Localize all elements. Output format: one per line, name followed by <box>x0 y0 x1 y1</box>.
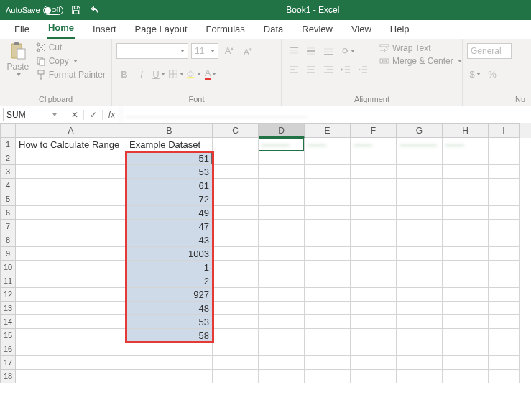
cell[interactable] <box>489 192 520 206</box>
cell-e1[interactable]: —— <box>305 138 351 151</box>
cell[interactable] <box>351 220 397 233</box>
row-header[interactable]: 17 <box>0 356 16 370</box>
cell[interactable] <box>259 342 305 356</box>
row-header[interactable]: 13 <box>0 302 16 315</box>
decrease-font-button[interactable]: A▾ <box>240 43 256 59</box>
row-header[interactable]: 8 <box>0 233 16 247</box>
cell[interactable] <box>489 356 520 370</box>
tab-review[interactable]: Review <box>300 21 334 39</box>
cell[interactable] <box>443 356 489 370</box>
cell[interactable] <box>213 370 259 383</box>
cell-b3[interactable]: 53 <box>126 165 213 179</box>
fill-color-button[interactable] <box>185 66 201 82</box>
cell[interactable] <box>305 315 351 329</box>
cell[interactable] <box>16 329 126 342</box>
cell[interactable] <box>489 370 520 383</box>
cell[interactable] <box>397 302 443 315</box>
cell[interactable] <box>259 165 305 179</box>
cell[interactable] <box>213 356 259 370</box>
tab-help[interactable]: Help <box>389 21 411 39</box>
align-bottom-button[interactable] <box>320 43 336 59</box>
cell[interactable] <box>489 274 520 288</box>
align-middle-button[interactable] <box>303 43 319 59</box>
cell-c1[interactable] <box>213 138 259 151</box>
row-header[interactable]: 11 <box>0 274 16 288</box>
cell[interactable] <box>397 370 443 383</box>
cell[interactable] <box>443 329 489 342</box>
enter-formula-button[interactable]: ✓ <box>83 110 102 120</box>
autosave-toggle[interactable]: AutoSave Off <box>6 6 63 15</box>
cell[interactable] <box>259 261 305 274</box>
orientation-button[interactable]: ⟳ <box>338 43 359 59</box>
cell[interactable] <box>489 302 520 315</box>
cell[interactable] <box>443 342 489 356</box>
select-all-corner[interactable] <box>0 123 16 138</box>
cell[interactable] <box>397 261 443 274</box>
cell-d1[interactable]: ——— <box>259 138 305 151</box>
bold-button[interactable]: B <box>116 66 132 82</box>
cell[interactable] <box>351 329 397 342</box>
cell-i1[interactable] <box>489 138 520 151</box>
cell[interactable] <box>305 356 351 370</box>
col-header-d[interactable]: D <box>259 123 305 138</box>
cell-f1[interactable]: —— <box>351 138 397 151</box>
cell[interactable] <box>305 233 351 247</box>
cell[interactable] <box>305 261 351 274</box>
col-header-a[interactable]: A <box>16 123 126 138</box>
row-header[interactable]: 9 <box>0 247 16 261</box>
cell[interactable] <box>305 206 351 220</box>
cell[interactable] <box>489 288 520 302</box>
cell-b11[interactable]: 2 <box>126 274 213 288</box>
cell[interactable] <box>351 179 397 192</box>
increase-font-button[interactable]: A▴ <box>221 43 237 59</box>
cell-b10[interactable]: 1 <box>126 261 213 274</box>
cell[interactable] <box>259 288 305 302</box>
cell[interactable] <box>259 302 305 315</box>
row-header[interactable]: 3 <box>0 165 16 179</box>
col-header-c[interactable]: C <box>213 123 259 138</box>
cell[interactable] <box>213 179 259 192</box>
cell[interactable] <box>397 288 443 302</box>
cell[interactable] <box>259 315 305 329</box>
percent-button[interactable]: % <box>484 66 500 82</box>
cell[interactable] <box>259 274 305 288</box>
cell[interactable] <box>351 261 397 274</box>
cell[interactable] <box>259 356 305 370</box>
cell[interactable] <box>213 165 259 179</box>
merge-center-button[interactable]: Merge & Center <box>379 56 462 66</box>
cell[interactable] <box>489 342 520 356</box>
cell[interactable] <box>213 288 259 302</box>
col-header-f[interactable]: F <box>351 123 397 138</box>
row-header[interactable]: 18 <box>0 370 16 383</box>
cell[interactable] <box>259 329 305 342</box>
number-format-select[interactable]: General <box>467 43 512 59</box>
formula-input[interactable]: …………………………………………………………… <box>121 106 531 123</box>
cell[interactable] <box>213 192 259 206</box>
cell[interactable] <box>16 274 126 288</box>
cell[interactable] <box>16 192 126 206</box>
row-header[interactable]: 5 <box>0 192 16 206</box>
cell[interactable] <box>16 288 126 302</box>
cell[interactable] <box>489 165 520 179</box>
cell[interactable] <box>443 261 489 274</box>
row-header[interactable]: 12 <box>0 288 16 302</box>
cell[interactable] <box>351 206 397 220</box>
cell-b6[interactable]: 49 <box>126 206 213 220</box>
italic-button[interactable]: I <box>134 66 149 82</box>
col-header-g[interactable]: G <box>397 123 443 138</box>
cell[interactable] <box>397 329 443 342</box>
cell[interactable] <box>259 151 305 165</box>
cell[interactable] <box>213 151 259 165</box>
font-color-button[interactable]: A <box>203 66 218 82</box>
cell[interactable] <box>443 220 489 233</box>
cell[interactable] <box>397 356 443 370</box>
cell-a1[interactable]: How to Calculate Range <box>16 138 126 151</box>
cell[interactable] <box>443 233 489 247</box>
cell-h1[interactable]: —— <box>443 138 489 151</box>
cell[interactable] <box>443 179 489 192</box>
cell[interactable] <box>351 233 397 247</box>
cell[interactable] <box>16 315 126 329</box>
cell-b7[interactable]: 47 <box>126 220 213 233</box>
cell[interactable] <box>16 233 126 247</box>
tab-formulas[interactable]: Formulas <box>205 21 246 39</box>
